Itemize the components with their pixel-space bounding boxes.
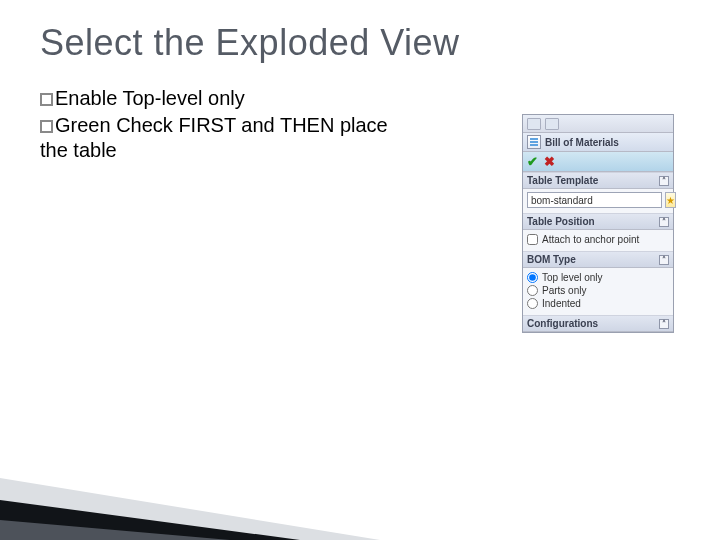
panel-header-title: Bill of Materials	[545, 137, 619, 148]
favorite-button[interactable]: ★	[665, 192, 676, 208]
property-panel: Bill of Materials ✔ ✖ Table Template ˄ ★…	[522, 114, 674, 333]
section-header-bomtype[interactable]: BOM Type ˄	[523, 251, 673, 268]
slide: Select the Exploded View Enable Top-leve…	[0, 0, 720, 540]
confirm-check-icon[interactable]: ✔	[527, 155, 538, 168]
section-title: BOM Type	[527, 254, 576, 265]
toolbar-icon[interactable]	[545, 118, 559, 130]
section-title: Configurations	[527, 318, 598, 329]
cancel-x-icon[interactable]: ✖	[544, 155, 555, 168]
bomtype-radio-indented[interactable]	[527, 298, 538, 309]
bomtype-radio-parts[interactable]	[527, 285, 538, 296]
bullet-marker-icon	[40, 120, 53, 133]
panel-toolbar	[523, 115, 673, 133]
section-body-position: Attach to anchor point	[523, 230, 673, 251]
svg-marker-1	[0, 500, 300, 540]
section-title: Table Position	[527, 216, 595, 227]
section-header-configs[interactable]: Configurations ˄	[523, 315, 673, 332]
section-body-template: ★	[523, 189, 673, 213]
collapse-icon[interactable]: ˄	[659, 176, 669, 186]
bullet-item: Green Check FIRST and THEN place the tab…	[40, 113, 400, 163]
bomtype-label: Top level only	[542, 272, 603, 283]
collapse-icon[interactable]: ˄	[659, 255, 669, 265]
anchor-checkbox[interactable]	[527, 234, 538, 245]
bullet-text: Green Check FIRST and THEN place the tab…	[40, 114, 388, 161]
collapse-icon[interactable]: ˄	[659, 319, 669, 329]
bullet-item: Enable Top-level only	[40, 86, 400, 111]
bom-icon	[527, 135, 541, 149]
bomtype-label: Parts only	[542, 285, 586, 296]
section-header-template[interactable]: Table Template ˄	[523, 172, 673, 189]
bomtype-label: Indented	[542, 298, 581, 309]
bullet-text: Enable Top-level only	[55, 87, 245, 109]
panel-header: Bill of Materials	[523, 133, 673, 152]
decorative-wedge	[0, 430, 380, 540]
bullet-list: Enable Top-level only Green Check FIRST …	[40, 86, 400, 163]
bullet-marker-icon	[40, 93, 53, 106]
svg-marker-0	[0, 478, 380, 540]
slide-title: Select the Exploded View	[40, 22, 680, 64]
collapse-icon[interactable]: ˄	[659, 217, 669, 227]
template-input[interactable]	[527, 192, 662, 208]
svg-marker-2	[0, 520, 230, 540]
section-title: Table Template	[527, 175, 598, 186]
anchor-label: Attach to anchor point	[542, 234, 639, 245]
bomtype-radio-toplevel[interactable]	[527, 272, 538, 283]
panel-confirm-bar: ✔ ✖	[523, 152, 673, 172]
toolbar-icon[interactable]	[527, 118, 541, 130]
section-body-bomtype: Top level only Parts only Indented	[523, 268, 673, 315]
section-header-position[interactable]: Table Position ˄	[523, 213, 673, 230]
